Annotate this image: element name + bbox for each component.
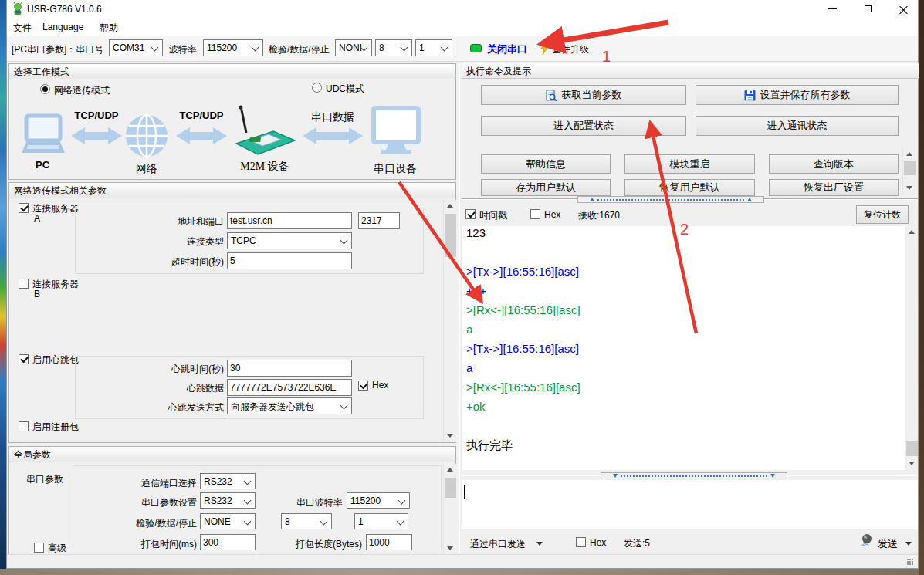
chevron-down-icon [397,518,404,526]
panel-divider[interactable] [459,63,460,558]
pack-len-label: 打包长度(Bytes) [276,538,362,551]
close-button[interactable] [890,0,916,18]
save-user-default-button[interactable]: 存为用户默认 [481,179,611,196]
pack-time-input[interactable] [200,534,256,550]
scroll-down-icon[interactable] [906,458,918,469]
stopbits-select[interactable]: 1 [415,39,452,56]
baud-select[interactable]: 115200 [203,39,263,56]
firmware-lightning-icon [540,41,550,55]
register-checkbox[interactable] [19,421,29,431]
factory-reset-button[interactable]: 恢复出厂设置 [769,179,899,196]
chevron-down-icon [441,44,448,52]
global-stopbits-select[interactable]: 1 [354,513,408,529]
net-mode-radio[interactable] [40,84,50,94]
collapse-up-icon [747,198,752,201]
chevron-down-icon[interactable] [905,542,912,546]
pack-len-input[interactable] [366,534,412,550]
query-version-button[interactable]: 查询版本 [769,154,899,174]
scrollbar-thumb[interactable] [906,441,918,456]
com-port-select[interactable]: COM31 [109,39,163,56]
scrollbar-thumb[interactable] [445,214,456,257]
maximize-button[interactable] [855,0,881,18]
global-baud-select[interactable]: 115200 [347,492,410,509]
conn-type-select[interactable]: TCPC [227,232,352,249]
server-addr-input[interactable] [227,212,352,229]
get-params-button[interactable]: 获取当前参数 [481,85,686,105]
commands-header: 执行命令及提示 [462,63,919,79]
hb-hex-checkbox[interactable] [358,381,368,391]
splitter-grip[interactable] [601,472,787,479]
net-params-scrollbar[interactable] [443,200,456,442]
scroll-down-icon[interactable] [445,430,456,441]
resize-grip[interactable] [907,559,913,565]
desktop-edge-left [0,0,6,575]
log-output[interactable]: 123 >[Tx->][16:55:16][asc] +++ >[Rx<-][1… [462,226,918,470]
global-databits-select[interactable]: 8 [281,513,332,529]
enter-comm-button[interactable]: 进入通讯状态 [696,116,899,136]
menu-help[interactable]: 帮助 [100,22,118,35]
hb-mode-select[interactable]: 向服务器发送心跳包 [227,397,352,414]
send-button[interactable]: 发送 [878,537,898,551]
server-b-checkbox[interactable] [19,279,29,289]
udc-mode-label[interactable]: UDC模式 [326,83,364,96]
scroll-up-icon[interactable] [445,464,456,475]
scroll-up-icon[interactable] [445,200,456,211]
title-bar[interactable]: USR-G786 V1.0.6 [7,0,918,18]
collapse-down-icon [770,474,775,478]
server-port-input[interactable] [358,212,400,229]
comm-port-select[interactable]: RS232 [200,473,256,489]
collapse-up-icon [590,198,594,201]
scroll-down-icon[interactable] [904,182,916,194]
send-icon [861,533,874,546]
chevron-down-icon[interactable] [536,542,543,546]
scroll-up-icon[interactable] [906,226,918,238]
commands-scrollbar[interactable] [902,148,916,194]
timeout-input[interactable] [227,252,352,269]
firmware-upgrade-link[interactable]: 固件升级 [552,43,589,56]
send-hex-checkbox[interactable] [576,537,586,547]
send-input[interactable] [462,480,918,529]
timestamp-checkbox[interactable] [465,209,476,219]
log-hex-label: Hex [544,209,560,220]
enter-config-button[interactable]: 进入配置状态 [481,116,686,136]
heartbeat-checkbox[interactable] [19,354,29,364]
menu-language[interactable]: Language [42,22,83,32]
global-params-header: 全局参数 [9,447,455,462]
restore-user-default-button[interactable]: 恢复用户默认 [624,179,755,196]
save-params-label: 设置并保存所有参数 [760,88,851,102]
minimize-button[interactable] [819,0,845,18]
log-hex-checkbox[interactable] [530,209,540,219]
parity-select[interactable]: NONI [335,39,372,56]
close-port-link[interactable]: 关闭串口 [487,42,527,56]
advanced-checkbox[interactable] [34,543,44,553]
scrollbar-thumb[interactable] [904,161,916,175]
serial-set-select[interactable]: RS232 [200,492,256,509]
module-restart-button[interactable]: 模块重启 [624,154,755,174]
send-via-dropdown[interactable]: 通过串口发送 [470,538,526,551]
node-m2m-label: M2M 设备 [234,160,296,174]
scrollbar-thumb[interactable] [445,478,456,498]
scroll-down-icon[interactable] [445,543,456,554]
log-scrollbar[interactable] [905,226,918,470]
hb-time-input[interactable] [227,360,352,377]
query-version-label: 查询版本 [814,157,854,171]
reset-count-button[interactable]: 复位计数 [856,205,909,224]
save-params-button[interactable]: 设置并保存所有参数 [696,85,899,105]
comm-port-label: 通信端口选择 [104,477,197,490]
server-a-checkbox[interactable] [19,203,29,213]
timeout-label: 超时时间(秒) [147,255,224,269]
splitter-grip[interactable] [577,196,764,203]
net-mode-label[interactable]: 网络透传模式 [54,84,110,97]
global-parity-select[interactable]: NONE [200,513,256,529]
udc-mode-radio[interactable] [312,83,322,93]
chevron-down-icon [401,44,408,52]
databits-select[interactable]: 8 [375,39,412,56]
status-bar [7,554,918,568]
hb-data-input[interactable] [227,379,352,396]
global-params-scrollbar[interactable] [443,464,456,555]
help-info-button[interactable]: 帮助信息 [481,154,611,174]
menu-file[interactable]: 文件 [13,22,32,35]
hb-hex-label: Hex [372,380,388,391]
chevron-down-icon [340,237,348,245]
scroll-up-icon[interactable] [904,148,916,160]
